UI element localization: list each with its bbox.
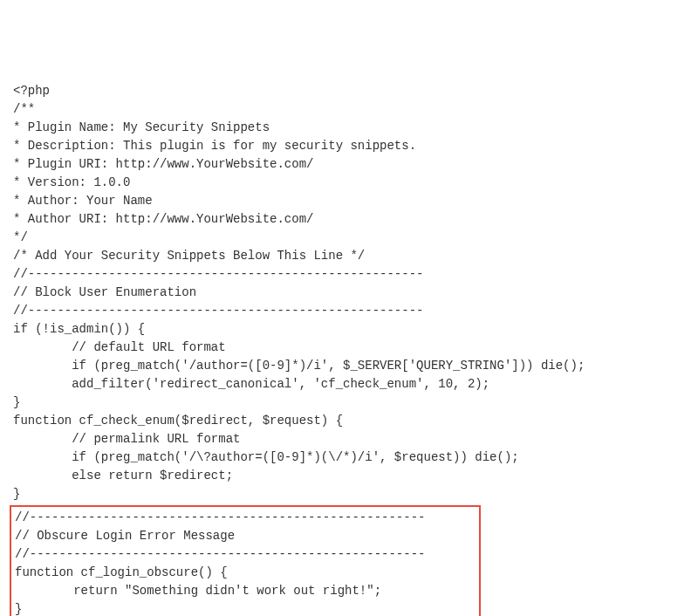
code-line: * Description: This plugin is for my sec… — [13, 137, 685, 155]
code-line: // Obscure Login Error Message — [15, 527, 476, 545]
code-line: add_filter('redirect_canonical', 'cf_che… — [13, 375, 685, 394]
code-line: else return $redirect; — [13, 467, 685, 485]
code-line: /** — [13, 100, 685, 119]
code-line: */ — [13, 229, 685, 247]
code-line: } — [13, 394, 685, 412]
code-line: * Plugin URI: http://www.YourWebsite.com… — [13, 155, 685, 174]
code-line: * Author: Your Name — [13, 192, 685, 210]
code-line: function cf_login_obscure() { — [15, 564, 476, 582]
code-line: <?php — [13, 82, 685, 100]
code-line: function cf_check_enum($redirect, $reque… — [13, 412, 685, 430]
code-line: // default URL format — [13, 339, 685, 357]
code-line: if (preg_match('/author=([0-9]*)/i', $_S… — [13, 357, 685, 375]
code-line: } — [13, 485, 685, 503]
code-line: return "Something didn't work out right!… — [15, 582, 476, 600]
highlighted-code-section: //--------------------------------------… — [10, 505, 481, 616]
code-line: //--------------------------------------… — [13, 302, 685, 320]
code-line: * Author URI: http://www.YourWebsite.com… — [13, 210, 685, 229]
code-line: //--------------------------------------… — [13, 265, 685, 284]
code-line: // Block User Enumeration — [13, 284, 685, 302]
code-line: } — [15, 600, 476, 616]
code-line: // permalink URL format — [13, 430, 685, 448]
code-line: //--------------------------------------… — [15, 545, 476, 564]
code-line: if (preg_match('/\?author=([0-9]*)(\/*)/… — [13, 448, 685, 467]
code-block: <?php/*** Plugin Name: My Security Snipp… — [13, 82, 685, 616]
code-line: if (!is_admin()) { — [13, 320, 685, 339]
code-line: //--------------------------------------… — [15, 509, 476, 527]
code-line: * Plugin Name: My Security Snippets — [13, 119, 685, 137]
code-line: /* Add Your Security Snippets Below This… — [13, 247, 685, 265]
code-line: * Version: 1.0.0 — [13, 174, 685, 192]
